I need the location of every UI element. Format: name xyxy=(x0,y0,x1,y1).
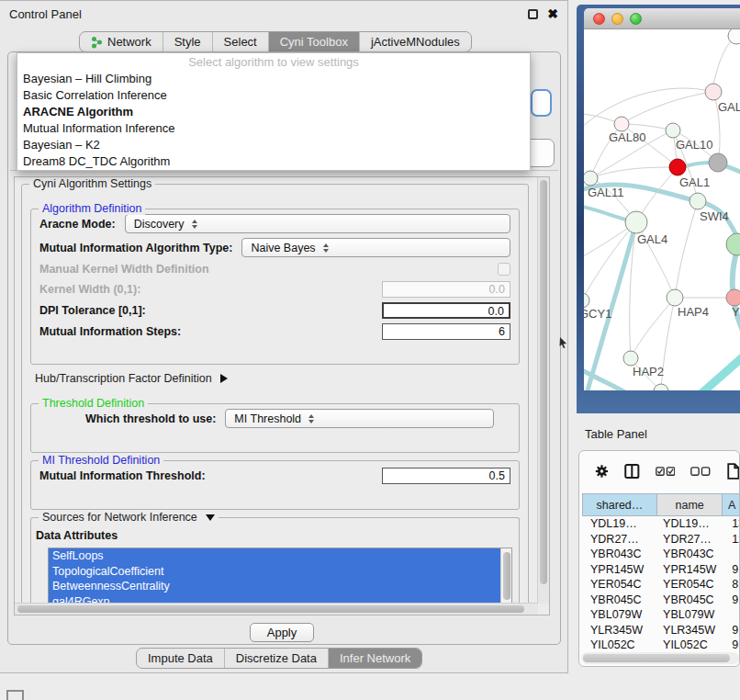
algorithm-option-bayesian-k2[interactable]: Bayesian – K2 xyxy=(17,137,530,153)
aracne-mode-select[interactable]: Discovery xyxy=(125,214,510,233)
table-horizontal-scrollbar[interactable] xyxy=(581,652,739,664)
algorithm-option-dream8-dc-tdc-algorithm[interactable]: Dream8 DC_TDC Algorithm xyxy=(17,153,530,170)
tab-network[interactable]: Network xyxy=(80,32,163,51)
which-threshold-select[interactable]: MI Threshold xyxy=(225,409,494,428)
dpi-tolerance-input[interactable]: 0.0 xyxy=(382,302,510,319)
network-node[interactable] xyxy=(654,384,668,390)
table-body: YDL19…YDL19…13YDR27…YDR27…12YBR043CYBR04… xyxy=(582,516,740,652)
network-edge[interactable] xyxy=(675,201,698,298)
tab-discretize-data[interactable]: Discretize Data xyxy=(225,649,329,668)
network-edge[interactable] xyxy=(584,88,713,130)
mi-threshold-input[interactable]: 0.5 xyxy=(382,468,510,484)
network-node-y[interactable] xyxy=(726,289,740,306)
column-header-a[interactable]: A xyxy=(723,493,740,516)
tab-cyni-toolbox[interactable]: Cyni Toolbox xyxy=(269,32,360,51)
deselect-all-checkboxes-icon[interactable] xyxy=(690,466,711,478)
table-cell: YBR045C xyxy=(582,593,655,606)
algorithm-option-mutual-information-inference[interactable]: Mutual Information Inference xyxy=(17,120,530,137)
minimize-window-icon[interactable] xyxy=(611,13,623,25)
collapsed-panel-icon[interactable] xyxy=(6,690,24,700)
network-window-titlebar[interactable] xyxy=(584,8,740,29)
algorithm-dropdown-popup: Select algorithm to view settings Bayesi… xyxy=(17,52,531,171)
mi-type-label: Mutual Information Algorithm Type: xyxy=(39,242,232,254)
threshold-definition-group: Threshold Definition Which threshold to … xyxy=(30,403,520,453)
network-node-gal80[interactable] xyxy=(614,117,629,131)
zoom-window-icon[interactable] xyxy=(630,13,642,25)
tab-label: Select xyxy=(224,35,257,49)
group-title: MI Threshold Definition xyxy=(39,454,163,467)
data-attribute-item[interactable]: SelfLoops xyxy=(49,548,511,564)
network-edge[interactable] xyxy=(700,355,740,390)
tab-infer-network[interactable]: Infer Network xyxy=(329,649,421,668)
network-node-gcy1[interactable] xyxy=(584,293,589,308)
settings-horizontal-scrollbar[interactable] xyxy=(15,603,538,615)
table-row[interactable]: YPR145WYPR145W9. xyxy=(582,562,740,578)
table-row[interactable]: YIL052CYIL052C9 xyxy=(582,638,740,652)
algorithm-option-bayesian-hill-climbing[interactable]: Bayesian – Hill Climbing xyxy=(17,71,530,87)
table-row[interactable]: YBR043CYBR043C xyxy=(582,547,740,562)
tab-impute-data[interactable]: Impute Data xyxy=(137,649,225,668)
list-vertical-scrollbar[interactable] xyxy=(500,548,511,607)
data-attributes-list[interactable]: SelfLoopsTopologicalCoefficientBetweenne… xyxy=(48,548,512,608)
hub-definition-expander[interactable]: Hub/Transcription Factor Definition xyxy=(35,372,228,385)
aracne-mode-label: Aracne Mode: xyxy=(39,218,116,231)
node-label: SWI4 xyxy=(700,209,729,223)
mi-steps-input[interactable]: 6 xyxy=(382,323,510,340)
tab-label: Network xyxy=(107,35,151,49)
column-header-name[interactable]: name xyxy=(657,493,723,516)
network-edge[interactable] xyxy=(590,167,678,178)
network-node[interactable] xyxy=(709,153,727,172)
network-node[interactable] xyxy=(726,233,740,255)
table-cell: YDR27… xyxy=(655,533,723,546)
column-view-icon[interactable] xyxy=(624,462,640,480)
table-cell: YBL079W xyxy=(582,608,655,621)
table-row[interactable]: YBL079WYBL079W xyxy=(582,607,740,623)
table-cell: YER054C xyxy=(582,578,655,591)
kernel-width-input[interactable]: 0.0 xyxy=(382,281,510,298)
node-label: GAL1 xyxy=(679,175,710,189)
network-node-hap4[interactable] xyxy=(667,289,683,306)
network-node-swi4[interactable] xyxy=(690,193,706,209)
table-cell: 9. xyxy=(723,624,740,637)
settings-vertical-scrollbar[interactable] xyxy=(537,177,549,604)
float-window-icon[interactable] xyxy=(528,9,538,19)
network-node-gal11[interactable] xyxy=(584,171,598,186)
close-panel-icon[interactable]: ✖ xyxy=(547,9,558,19)
network-node-gal7[interactable] xyxy=(705,84,722,100)
table-row[interactable]: YBR045CYBR045C9. xyxy=(582,593,740,608)
algorithm-option-aracne-algorithm[interactable]: ARACNE Algorithm xyxy=(17,104,530,120)
network-node-gal4[interactable] xyxy=(625,211,647,233)
table-panel-title: Table Panel xyxy=(585,427,647,441)
algorithm-option-basic-correlation-inference[interactable]: Basic Correlation Inference xyxy=(17,87,530,104)
gear-icon[interactable] xyxy=(595,463,609,480)
table-cell: YLR345W xyxy=(655,624,723,637)
document-icon[interactable] xyxy=(727,461,739,481)
table-row[interactable]: YDL19…YDL19…13 xyxy=(582,516,740,532)
data-attribute-item[interactable]: TopologicalCoefficient xyxy=(49,564,511,580)
network-node-gal10[interactable] xyxy=(666,123,680,138)
mi-algorithm-type-select[interactable]: Naive Bayes xyxy=(241,238,510,257)
table-row[interactable]: YDR27…YDR27…12 xyxy=(582,532,740,548)
apply-button[interactable]: Apply xyxy=(250,623,314,642)
network-node-gal1[interactable] xyxy=(669,159,686,175)
group-title: Threshold Definition xyxy=(39,397,148,410)
table-cell: YIL052C xyxy=(582,638,655,651)
expander-arrow-down-icon[interactable] xyxy=(206,514,215,521)
table-row[interactable]: YER054CYER054C8. xyxy=(582,577,740,593)
manual-kernel-checkbox[interactable] xyxy=(498,263,510,276)
network-node-hap2[interactable] xyxy=(623,351,638,366)
table-row[interactable]: YLR345WYLR345W9. xyxy=(582,623,740,638)
network-view-window: GAL7GAL80GAL10GAL1GAL11SWI4GAL4GCY1HAP4Y… xyxy=(577,5,740,413)
data-attribute-item[interactable]: BetweennessCentrality xyxy=(49,579,511,594)
network-canvas[interactable]: GAL7GAL80GAL10GAL1GAL11SWI4GAL4GCY1HAP4Y… xyxy=(584,29,740,390)
close-window-icon[interactable] xyxy=(593,13,605,25)
tab-jactivemnodules[interactable]: jActiveMNodules xyxy=(360,32,471,51)
network-edge[interactable] xyxy=(631,298,675,358)
network-edge[interactable] xyxy=(584,222,636,300)
select-all-checkboxes-icon[interactable] xyxy=(656,466,676,478)
tab-style[interactable]: Style xyxy=(163,32,213,51)
tab-select[interactable]: Select xyxy=(213,32,269,51)
table-cell: YDL19… xyxy=(655,517,723,530)
algorithm-definition-group: Algorithm Definition Aracne Mode: Discov… xyxy=(30,209,520,365)
column-header-shared[interactable]: shared… xyxy=(582,493,657,516)
